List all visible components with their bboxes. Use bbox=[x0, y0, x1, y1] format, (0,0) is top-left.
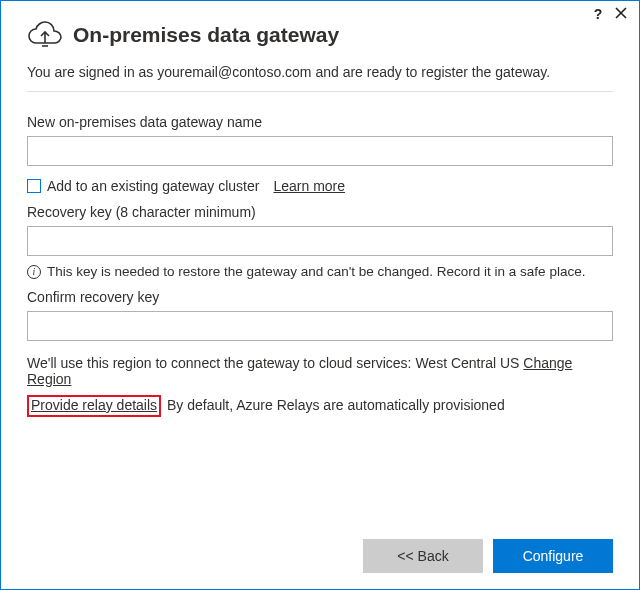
region-row: We'll use this region to connect the gat… bbox=[27, 355, 613, 387]
close-icon[interactable] bbox=[615, 7, 629, 21]
provide-relay-details-link[interactable]: Provide relay details bbox=[31, 397, 157, 413]
cluster-checkbox[interactable] bbox=[27, 179, 41, 193]
cloud-upload-icon bbox=[27, 21, 63, 49]
relay-suffix: By default, Azure Relays are automatical… bbox=[163, 397, 505, 413]
confirm-key-input[interactable] bbox=[27, 311, 613, 341]
cluster-checkbox-label: Add to an existing gateway cluster bbox=[47, 178, 259, 194]
form-body: New on-premises data gateway name Add to… bbox=[27, 114, 613, 417]
configure-button[interactable]: Configure bbox=[493, 539, 613, 573]
footer-buttons: << Back Configure bbox=[27, 539, 613, 573]
info-icon: i bbox=[27, 265, 41, 279]
back-button[interactable]: << Back bbox=[363, 539, 483, 573]
signin-prefix: You are signed in as bbox=[27, 64, 157, 80]
dialog-window: ? On-premises data gateway You are signe… bbox=[0, 0, 640, 590]
region-name: West Central US bbox=[415, 355, 519, 371]
signin-status: You are signed in as youremail@contoso.c… bbox=[27, 63, 613, 92]
recovery-key-info: This key is needed to restore the gatewa… bbox=[47, 264, 585, 279]
confirm-key-label: Confirm recovery key bbox=[27, 289, 613, 305]
page-title: On-premises data gateway bbox=[73, 23, 339, 47]
recovery-key-label: Recovery key (8 character minimum) bbox=[27, 204, 613, 220]
relay-highlight: Provide relay details bbox=[27, 395, 161, 417]
help-icon[interactable]: ? bbox=[591, 7, 605, 21]
header: On-premises data gateway bbox=[27, 21, 613, 49]
region-prefix: We'll use this region to connect the gat… bbox=[27, 355, 415, 371]
cluster-learn-more-link[interactable]: Learn more bbox=[273, 178, 345, 194]
signin-suffix: and are ready to register the gateway. bbox=[312, 64, 551, 80]
relay-row: Provide relay details By default, Azure … bbox=[27, 395, 613, 417]
titlebar-controls: ? bbox=[591, 7, 629, 21]
gateway-name-input[interactable] bbox=[27, 136, 613, 166]
gateway-name-label: New on-premises data gateway name bbox=[27, 114, 613, 130]
recovery-key-input[interactable] bbox=[27, 226, 613, 256]
signin-email: youremail@contoso.com bbox=[157, 64, 311, 80]
